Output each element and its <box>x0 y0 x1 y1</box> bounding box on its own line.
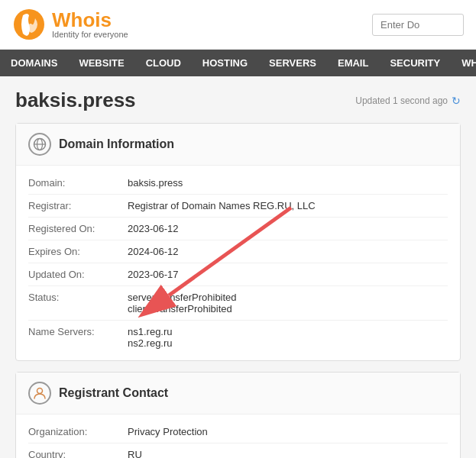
table-row: Domain: baksis.press <box>28 172 448 195</box>
page-title: baksis.press <box>15 89 136 112</box>
svg-point-6 <box>37 389 43 394</box>
logo-icon <box>12 8 46 41</box>
logo-name: Whois <box>52 10 128 30</box>
row-value: 2023-06-17 <box>128 269 448 280</box>
registrant-contact-card: Registrant Contact Organization: Privacy… <box>15 372 461 458</box>
row-value: 2024-06-12 <box>128 246 448 257</box>
row-value: 2023-06-12 <box>128 223 448 234</box>
nav-servers[interactable]: SERVERS <box>258 50 327 76</box>
nav-cloud[interactable]: CLOUD <box>135 50 192 76</box>
row-value: ns1.reg.ru ns2.reg.ru <box>128 326 448 349</box>
row-label: Name Servers: <box>28 326 128 337</box>
page-content: baksis.press Updated 1 second ago ↻ <box>0 76 476 458</box>
logo-area: Whois Identity for everyone <box>12 8 128 41</box>
header: Whois Identity for everyone <box>0 0 476 50</box>
nav-hosting[interactable]: HOSTING <box>192 50 258 76</box>
table-row: Registered On: 2023-06-12 <box>28 218 448 240</box>
row-value: Registrar of Domain Names REG.RU, LLC <box>128 200 448 211</box>
registrant-title: Registrant Contact <box>59 386 168 400</box>
row-label: Registrar: <box>28 200 128 211</box>
updated-text: Updated 1 second ago <box>355 95 448 106</box>
table-row: Updated On: 2023-06-17 <box>28 263 448 286</box>
table-row: Organization: Privacy Protection <box>28 421 448 443</box>
domain-info-table: Domain: baksis.press Registrar: Registra… <box>16 166 460 360</box>
row-label: Organization: <box>28 426 128 437</box>
table-row: Country: RU <box>28 443 448 458</box>
nav-email[interactable]: EMAIL <box>327 50 379 76</box>
registrant-header: Registrant Contact <box>16 373 460 414</box>
refresh-icon[interactable]: ↻ <box>452 95 461 107</box>
row-label: Status: <box>28 292 128 303</box>
row-label: Country: <box>28 449 128 458</box>
row-label: Updated On: <box>28 269 128 280</box>
registrant-table: Organization: Privacy Protection Country… <box>16 414 460 458</box>
domain-info-card: Domain Information Domain: baksis.press … <box>15 123 461 361</box>
nav-domains[interactable]: DOMAINS <box>0 50 68 76</box>
logo-tagline: Identity for everyone <box>52 30 128 39</box>
table-row: Name Servers: ns1.reg.ru ns2.reg.ru <box>28 321 448 354</box>
table-row: Registrar: Registrar of Domain Names REG… <box>28 195 448 218</box>
table-row: Status: serverTransferProhibited clientT… <box>28 286 448 321</box>
domain-info-title: Domain Information <box>59 137 174 151</box>
row-label: Domain: <box>28 177 128 189</box>
row-value: RU <box>128 449 448 458</box>
domain-info-header: Domain Information <box>16 124 460 166</box>
main-nav: DOMAINS WEBSITE CLOUD HOSTING SERVERS EM… <box>0 50 476 76</box>
nav-website[interactable]: WEBSITE <box>68 50 134 76</box>
row-value: Privacy Protection <box>128 426 448 437</box>
registrant-icon <box>28 382 51 405</box>
expires-on-row: Expires On: 2024-06-12 <box>28 240 448 263</box>
updated-info: Updated 1 second ago ↻ <box>355 95 461 107</box>
page-title-row: baksis.press Updated 1 second ago ↻ <box>15 89 461 112</box>
nav-whois[interactable]: WHOIS <box>451 50 476 76</box>
row-value: baksis.press <box>128 177 448 189</box>
row-value: serverTransferProhibited clientTransferP… <box>128 292 448 314</box>
row-label: Expires On: <box>28 246 128 257</box>
row-label: Registered On: <box>28 223 128 234</box>
domain-icon <box>28 133 51 156</box>
logo-text: Whois Identity for everyone <box>52 10 128 39</box>
search-input[interactable] <box>372 14 464 36</box>
nav-security[interactable]: SECURITY <box>379 50 451 76</box>
